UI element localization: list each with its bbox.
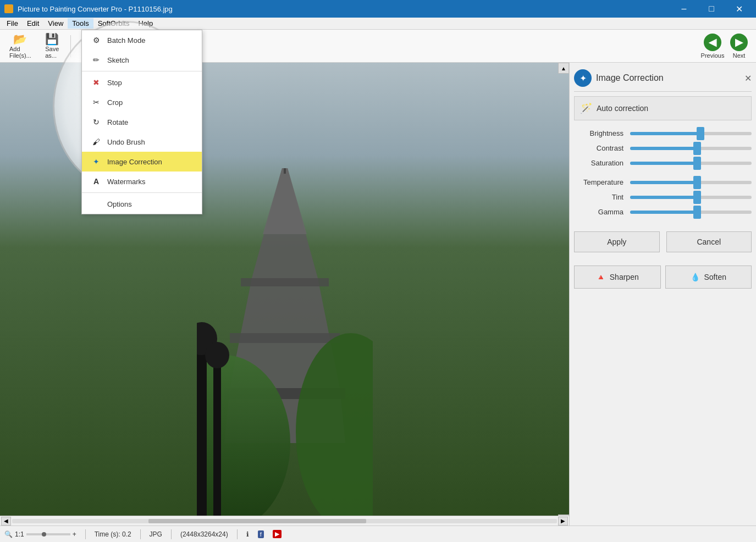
save-as-button[interactable]: 💾 Saveas... — [38, 32, 66, 60]
watermarks-menu-icon: A — [91, 176, 102, 187]
undo-brush-icon: 🖌 — [91, 136, 102, 147]
svg-rect-2 — [241, 278, 329, 286]
sharpen-icon: 🔺 — [596, 273, 605, 281]
horizontal-scrollbar[interactable]: ◀ ▶ — [0, 516, 569, 526]
title-bar-text: Picture to Painting Converter Pro - P111… — [18, 5, 173, 13]
tint-row: Tint — [574, 193, 752, 201]
info-icon[interactable]: ℹ — [246, 530, 249, 538]
add-files-button[interactable]: 📂 AddFile(s)... — [4, 32, 36, 60]
youtube-icon[interactable]: ▶ — [273, 530, 282, 538]
time-label: Time (s): 0.2 — [95, 530, 131, 538]
brightness-slider[interactable] — [630, 132, 752, 135]
crop-icon: ✂ — [91, 97, 102, 108]
dropdown-options[interactable]: Options — [82, 194, 202, 214]
toolbox-title: Image Correction — [596, 73, 664, 83]
dropdown-watermarks-label: Watermarks — [107, 178, 146, 186]
dropdown-crop[interactable]: ✂ Crop — [82, 92, 202, 112]
svg-marker-1 — [263, 168, 307, 234]
h-scroll-thumb[interactable] — [148, 519, 366, 523]
dropdown-image-correction-label: Image Correction — [107, 158, 162, 166]
dropdown-batch-mode-label: Batch Mode — [107, 36, 145, 45]
maximize-button[interactable]: □ — [699, 0, 724, 18]
toolbox-close-button[interactable]: ✕ — [744, 73, 752, 84]
gamma-slider[interactable] — [630, 211, 752, 214]
eiffel-tower-svg — [197, 168, 373, 526]
toolbar-separator-1 — [70, 35, 71, 57]
dropdown-stop[interactable]: ✖ Stop — [82, 73, 202, 92]
status-separator-3 — [171, 529, 172, 539]
toolbox-icon: ✦ — [574, 69, 592, 87]
soften-label: Soften — [704, 273, 726, 281]
scroll-right-button[interactable]: ▶ — [558, 517, 568, 526]
auto-correction-button[interactable]: 🪄 Auto correction — [574, 96, 752, 120]
menu-help[interactable]: Help — [134, 18, 157, 29]
gamma-label: Gamma — [574, 208, 623, 216]
apply-button[interactable]: Apply — [574, 231, 660, 252]
zoom-out-button[interactable]: 🔍 — [4, 530, 13, 538]
temperature-label: Temperature — [574, 178, 623, 186]
batch-mode-icon: ⚙ — [91, 35, 102, 46]
format-label: JPG — [150, 530, 162, 538]
menu-tools[interactable]: Tools — [68, 18, 93, 29]
temperature-row: Temperature — [574, 178, 752, 186]
temperature-slider[interactable] — [630, 181, 752, 184]
facebook-icon[interactable]: f — [258, 530, 264, 538]
minimize-button[interactable]: – — [671, 0, 697, 18]
status-separator-2 — [140, 529, 141, 539]
dimensions-label: (2448x3264x24) — [180, 530, 228, 538]
menu-softorbits[interactable]: SoftOrbits — [93, 18, 134, 29]
dropdown-separator-2 — [82, 192, 202, 193]
h-scroll-track[interactable] — [12, 519, 557, 523]
tint-label: Tint — [574, 193, 623, 201]
saturation-slider[interactable] — [630, 162, 752, 165]
add-files-label: AddFile(s)... — [9, 46, 31, 59]
wand-icon: 🪄 — [580, 102, 592, 114]
tint-slider[interactable] — [630, 196, 752, 199]
contrast-row: Contrast — [574, 144, 752, 152]
auto-correction-label: Auto correction — [597, 104, 648, 113]
close-button[interactable]: ✕ — [726, 0, 752, 18]
menu-bar: File Edit View Tools SoftOrbits Help — [0, 18, 756, 30]
stop-icon: ✖ — [91, 77, 102, 88]
dropdown-sketch-label: Sketch — [107, 56, 129, 64]
toolbox-header: ✦ Image Correction ✕ — [574, 67, 752, 92]
status-separator-1 — [85, 529, 86, 539]
dropdown-undo-brush[interactable]: 🖌 Undo Brush — [82, 132, 202, 152]
soften-button[interactable]: 💧 Soften — [665, 266, 752, 289]
dropdown-rotate[interactable]: ↻ Rotate — [82, 112, 202, 132]
soften-icon: 💧 — [691, 273, 700, 281]
cancel-button[interactable]: Cancel — [666, 231, 752, 252]
gamma-row: Gamma — [574, 208, 752, 216]
title-bar: Picture to Painting Converter Pro - P111… — [0, 0, 756, 18]
brightness-row: Brightness — [574, 129, 752, 137]
dropdown-stop-label: Stop — [107, 79, 122, 87]
contrast-slider[interactable] — [630, 147, 752, 150]
zoom-in-icon: + — [73, 530, 76, 538]
zoom-slider[interactable] — [26, 533, 70, 535]
effect-buttons: 🔺 Sharpen 💧 Soften — [574, 266, 752, 289]
dropdown-batch-mode[interactable]: ⚙ Batch Mode — [82, 30, 202, 50]
dropdown-undo-brush-label: Undo Brush — [107, 138, 145, 146]
zoom-controls: 🔍 1:1 + — [4, 530, 76, 538]
sketch-icon: ✏ — [91, 54, 102, 65]
menu-file[interactable]: File — [2, 18, 23, 29]
scroll-left-button[interactable]: ◀ — [1, 517, 11, 526]
menu-view[interactable]: View — [43, 18, 68, 29]
dropdown-image-correction[interactable]: ✦ Image Correction — [82, 152, 202, 172]
next-icon: ▶ — [730, 34, 748, 51]
dropdown-sketch[interactable]: ✏ Sketch — [82, 50, 202, 70]
svg-point-11 — [205, 342, 229, 368]
sharpen-button[interactable]: 🔺 Sharpen — [574, 266, 661, 289]
status-separator-4 — [237, 529, 238, 539]
dropdown-crop-label: Crop — [107, 98, 123, 107]
next-button[interactable]: ▶ Next — [726, 32, 752, 60]
toolbox-title-area: ✦ Image Correction — [574, 69, 664, 87]
title-bar-left: Picture to Painting Converter Pro - P111… — [4, 4, 173, 13]
menu-edit[interactable]: Edit — [23, 18, 43, 29]
previous-button[interactable]: ◀ Previous — [700, 32, 725, 60]
next-label: Next — [733, 52, 746, 59]
scroll-up-button[interactable]: ▲ — [558, 63, 569, 74]
brightness-label: Brightness — [574, 129, 623, 137]
dropdown-watermarks[interactable]: A Watermarks — [82, 172, 202, 191]
sliders-container: Brightness Contrast Saturation — [574, 129, 752, 223]
